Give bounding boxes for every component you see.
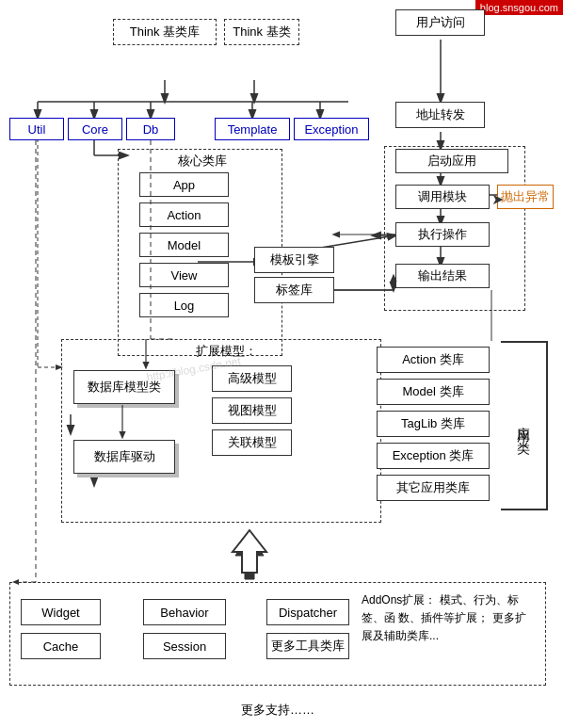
exception-label: Exception (304, 122, 358, 137)
model-lib-box: Model 类库 (377, 379, 490, 405)
blog-tag: blog.snsgou.com (475, 0, 563, 15)
action-box: Action (139, 202, 229, 227)
think-base-lib-box: Think 基类库 (113, 19, 217, 45)
think-base-box: Think 基类 (224, 19, 299, 45)
diagram: blog.snsgou.com (0, 0, 563, 728)
addr-forward-box: 地址转发 (395, 102, 485, 128)
addr-forward-label: 地址转发 (416, 106, 465, 123)
exception-box: Exception (294, 118, 369, 140)
core-box: Core (68, 118, 122, 140)
advanced-model-box: 高级模型 (212, 365, 292, 392)
exception-lib-label: Exception 类库 (393, 447, 475, 464)
session-label: Session (163, 639, 206, 654)
app-label: App (173, 178, 195, 192)
log-label: Log (174, 299, 195, 313)
exception-lib-box: Exception 类库 (377, 443, 490, 469)
view-box: View (139, 263, 229, 287)
action-lib-label: Action 类库 (402, 351, 464, 368)
advanced-model-label: 高级模型 (228, 370, 277, 387)
svg-marker-26 (233, 530, 266, 573)
cache-box: Cache (21, 633, 101, 659)
relation-model-label: 关联模型 (228, 434, 277, 451)
db-model-class-label: 数据库模型类 (88, 379, 161, 396)
db-box: Db (126, 118, 175, 140)
user-visit-label: 用户访问 (416, 14, 465, 31)
widget-label: Widget (41, 606, 79, 620)
template-engine-box: 模板引擎 (254, 247, 334, 273)
execute-action-box: 执行操作 (395, 222, 490, 247)
behavior-box: Behavior (143, 599, 226, 625)
app-class-bracket: 应用 类 (501, 341, 548, 510)
tag-lib-box: 标签库 (254, 277, 334, 303)
action-label: Action (167, 208, 201, 222)
log-box: Log (139, 293, 229, 317)
addons-text: AddOns扩展： 模式、行为、标签、函 数、插件等扩展； 更多扩展及辅助类库.… (362, 591, 536, 681)
util-box: Util (9, 118, 64, 140)
view-model-label: 视图模型 (228, 402, 277, 419)
view-label: View (171, 268, 198, 283)
taglib-lib-label: TagLib 类库 (401, 415, 465, 432)
template-engine-label: 模板引擎 (270, 251, 319, 268)
core-lib-label: 核心类库 (165, 153, 240, 170)
model-box: Model (139, 233, 229, 257)
app-class-label: 应用 类 (515, 416, 532, 435)
model-lib-label: Model 类库 (402, 383, 463, 400)
other-app-lib-box: 其它应用类库 (377, 475, 490, 501)
more-tools-label: 更多工具类库 (271, 638, 345, 655)
think-base-lib-label: Think 基类库 (130, 24, 200, 40)
relation-model-box: 关联模型 (212, 429, 292, 456)
template-box: Template (215, 118, 290, 140)
session-box: Session (143, 633, 226, 659)
start-app-label: 启动应用 (427, 153, 476, 170)
throw-exception-label: 抛出异常 (501, 188, 550, 205)
throw-exception-box: 抛出异常 (497, 185, 554, 209)
db-model-class-box: 数据库模型类 (73, 370, 175, 404)
other-app-lib-label: 其它应用类库 (396, 479, 470, 496)
more-tools-box: 更多工具类库 (266, 633, 349, 659)
db-label: Db (143, 122, 159, 137)
output-result-label: 输出结果 (418, 267, 467, 284)
throw-arrow: ➤ (491, 190, 504, 208)
execute-action-label: 执行操作 (418, 226, 467, 243)
app-box: App (139, 172, 229, 197)
taglib-lib-box: TagLib 类库 (377, 411, 490, 437)
extend-model-label: 扩展模型： (184, 343, 268, 360)
start-app-box: 启动应用 (395, 149, 508, 173)
output-result-box: 输出结果 (395, 264, 490, 288)
more-support-label: 更多支持…… (207, 702, 348, 719)
dispatcher-box: Dispatcher (266, 599, 349, 625)
cache-label: Cache (43, 639, 79, 654)
user-visit-box: 用户访问 (395, 9, 485, 36)
action-lib-box: Action 类库 (377, 347, 490, 373)
dispatcher-label: Dispatcher (279, 606, 337, 620)
core-label: Core (82, 122, 108, 137)
db-driver-box: 数据库驱动 (73, 440, 175, 474)
think-base-label: Think 基类 (233, 24, 290, 40)
view-model-box: 视图模型 (212, 397, 292, 424)
call-module-box: 调用模块 (395, 185, 490, 209)
widget-box: Widget (21, 599, 101, 625)
behavior-label: Behavior (160, 606, 208, 620)
call-module-label: 调用模块 (418, 188, 467, 205)
db-driver-label: 数据库驱动 (94, 448, 155, 465)
up-arrow-svg (223, 526, 276, 577)
model-label: Model (168, 238, 201, 252)
template-label: Template (228, 122, 278, 137)
tag-lib-label: 标签库 (276, 282, 313, 299)
util-label: Util (28, 122, 46, 137)
